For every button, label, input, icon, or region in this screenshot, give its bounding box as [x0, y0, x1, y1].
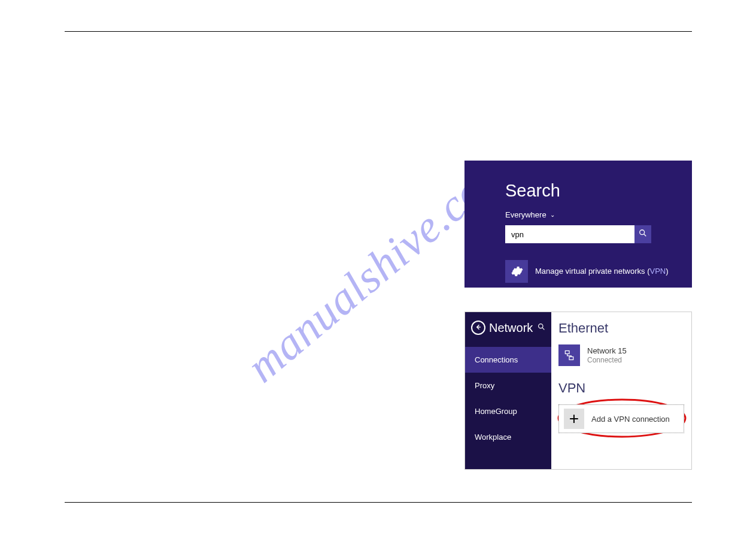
svg-line-4 — [542, 328, 544, 330]
search-charm-panel: Search Everywhere ⌄ Manage virtual priva… — [464, 161, 692, 288]
ethernet-label: Network 15 Connected — [587, 346, 627, 364]
svg-rect-6 — [569, 357, 573, 360]
svg-point-3 — [539, 324, 543, 328]
svg-line-1 — [644, 234, 646, 237]
network-content: Ethernet Network 15 Connected VPN + Add … — [551, 312, 691, 469]
nav-workplace[interactable]: Workplace — [465, 424, 551, 450]
search-scope-dropdown[interactable]: Everywhere ⌄ — [505, 210, 555, 219]
network-title: Network — [489, 321, 534, 335]
vpn-add-wrap: + Add a VPN connection — [558, 404, 684, 433]
add-vpn-connection-button[interactable]: + Add a VPN connection — [558, 404, 684, 433]
ethernet-name: Network 15 — [587, 346, 627, 356]
network-header: Network — [465, 312, 551, 347]
search-button[interactable] — [634, 225, 651, 243]
search-input[interactable] — [505, 225, 634, 243]
page-bottom-rule — [65, 502, 692, 503]
ethernet-heading: Ethernet — [558, 321, 684, 336]
search-title: Search — [505, 181, 692, 201]
gear-icon — [505, 260, 528, 283]
network-settings-panel: Network Connections Proxy HomeGroup Work… — [464, 312, 692, 470]
nav-homegroup[interactable]: HomeGroup — [465, 398, 551, 424]
search-icon — [639, 229, 647, 240]
nav-connections[interactable]: Connections — [465, 347, 551, 373]
network-sidebar: Network Connections Proxy HomeGroup Work… — [465, 312, 551, 469]
ethernet-icon — [558, 344, 580, 366]
search-result-manage-vpn[interactable]: Manage virtual private networks (VPN) — [505, 260, 692, 283]
ethernet-status: Connected — [587, 356, 627, 364]
svg-rect-5 — [565, 351, 569, 354]
nav-proxy[interactable]: Proxy — [465, 373, 551, 398]
vpn-heading: VPN — [558, 380, 684, 396]
page-top-rule — [65, 31, 692, 32]
arrow-left-icon — [475, 322, 482, 333]
ethernet-connection-item[interactable]: Network 15 Connected — [558, 344, 684, 366]
plus-icon: + — [564, 409, 584, 429]
add-vpn-label: Add a VPN connection — [591, 415, 670, 424]
svg-point-0 — [640, 230, 645, 235]
chevron-down-icon: ⌄ — [550, 211, 555, 218]
search-icon — [538, 322, 545, 333]
search-result-label: Manage virtual private networks (VPN) — [535, 267, 669, 277]
back-button[interactable] — [471, 321, 485, 335]
search-scope-label: Everywhere — [505, 210, 546, 219]
search-row — [505, 225, 651, 243]
sidebar-search-button[interactable] — [538, 322, 545, 333]
